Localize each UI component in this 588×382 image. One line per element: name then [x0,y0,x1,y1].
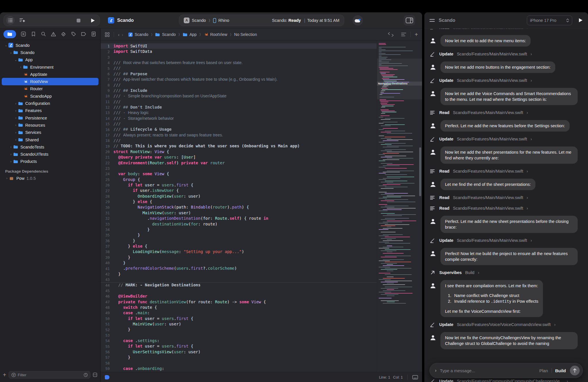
disclosure-icon[interactable]: › [9,145,13,148]
disclosure-icon[interactable]: › [14,116,18,119]
chat-tool-row-update[interactable]: Update Scando/Features/Main/MainView.swi… [430,237,581,244]
tab-find[interactable] [40,31,46,37]
tab-issues[interactable] [51,31,56,37]
line-number: 23 [101,166,113,171]
folder-icon [18,116,23,120]
tree-item-router[interactable]: Router [0,85,100,92]
disclosure-icon[interactable]: › [14,109,18,112]
chat-user-message: Perfect! Now let me build the project to… [430,248,581,265]
disclosure-icon[interactable]: › [14,102,18,105]
line-number: 5 [101,66,113,71]
breadcrumb-item-scando[interactable]: Scando [128,32,148,37]
scheme-status-pill[interactable]: A Scando 〉 Rhino Scando: Ready |Today at… [179,15,344,26]
add-editor-button[interactable]: + [415,31,418,38]
line-number: 20 [101,150,113,154]
assistant-run-button[interactable] [579,18,583,23]
breadcrumb-item-no-selection[interactable]: No Selection [234,32,257,37]
tree-item-app[interactable]: ⌄ App [0,56,100,63]
adjust-editor-icon[interactable] [401,32,406,36]
tree-item-rootview[interactable]: RootView [0,78,100,85]
package-item-pow[interactable]: › Pow 1.0.5 [0,175,100,182]
disclosure-icon[interactable]: › [5,177,9,180]
chat-tool-row-update[interactable]: Update Scando/Features/Community/Communi… [430,378,568,382]
code-review-icon[interactable] [388,32,394,37]
chat-tool-row-update[interactable]: Update Scando/Features/Voice/VoiceComman… [430,321,581,328]
tab-debug[interactable] [71,31,76,37]
chat-tool-row-read[interactable]: Read Scando/Features/Main/MainView.swift… [430,194,581,201]
related-items-grid-icon[interactable] [105,32,110,37]
recents-clock-icon[interactable] [84,373,88,377]
tree-item-scandouitests[interactable]: › ScandoUITests [0,151,100,158]
chat-tool-row-read[interactable]: Read Scando/Features/Main/MainView.swift… [430,168,581,174]
run-button[interactable] [91,18,95,23]
cloud-sync-button[interactable] [353,15,363,26]
chat-tool-row-update[interactable]: Update Scando/Features/Main/MainView.swi… [430,77,581,84]
disclosure-icon[interactable]: › [14,138,18,141]
add-button[interactable]: + [3,372,6,378]
disclosure-icon[interactable]: ⌄ [14,58,18,61]
tree-item-features[interactable]: › Features [0,107,100,114]
filter-field[interactable]: Filter [9,371,90,379]
tree-item-products[interactable]: › Products [0,158,100,165]
tree-item-scandotests[interactable]: › ScandoTests [0,143,100,151]
tree-item-scando[interactable]: ⌄ Scando [0,42,100,49]
tab-reports[interactable] [91,31,96,37]
disclosure-icon[interactable]: › [14,131,18,134]
disclosure-icon[interactable]: ⌄ [9,51,13,54]
tree-item-persistence[interactable]: › Persistence [0,114,100,121]
message-input[interactable]: Type a message... [440,368,539,373]
tab-project-navigator[interactable] [3,30,16,38]
keyboard-icon[interactable] [412,375,418,379]
disclosure-icon[interactable]: › [19,65,22,69]
chat-tool-row-read[interactable]: Read Scando/Features/Main/MainView.swift… [430,205,581,211]
tree-item-environment[interactable]: › Environment [0,63,100,71]
send-button[interactable] [570,366,580,375]
chat-tool-row-read[interactable]: Read Scando/Features/Main/MainView.swift… [430,109,581,116]
hamburger-icon[interactable] [430,19,435,22]
device-selector[interactable]: iPhone 17 Pro [527,16,572,25]
tab-breakpoints[interactable] [81,31,86,37]
tree-item-scando[interactable]: ⌄ Scando [0,49,100,56]
breadcrumb-item-scando[interactable]: Scando [155,32,175,37]
chat-tool-row-update[interactable]: Update Scando/Features/Main/MainView.swi… [430,51,581,57]
disclosure-icon[interactable]: ⌄ [4,44,8,47]
code-editor[interactable]: 1import SwiftUI2import SwiftData34/// Ro… [101,41,377,372]
stop-button[interactable] [77,19,80,22]
tab-bookmarks[interactable] [30,31,36,37]
warning-triangle-icon [51,32,56,36]
sidebar-list-button[interactable] [6,16,15,25]
scheme-name[interactable]: Scando [192,18,206,23]
line-number: 51 [101,322,113,326]
tree-item-appstate[interactable]: AppState [0,71,100,78]
tree-item-services[interactable]: › Services [0,129,100,136]
chat-tool-row-supervibes[interactable]: Supervibes Build› [430,269,581,276]
plan-mode-button[interactable]: Plan [539,368,548,373]
tab-source-control[interactable] [20,31,26,37]
tab-tests[interactable] [61,31,66,37]
forward-button[interactable]: › [122,32,123,37]
editor-mode-chip[interactable] [105,375,109,379]
disclosure-icon[interactable]: › [14,124,18,127]
chat-input-bar[interactable]: › Type a message... Plan Build [430,363,583,378]
chat-tool-row-update[interactable]: Update Scando/Features/Main/MainView.swi… [430,136,581,142]
breadcrumb-item-app[interactable]: App [183,32,197,37]
tree-item-configuration[interactable]: › Configuration [0,100,100,107]
line-number: 40 [101,261,113,265]
compose-sparkle-button[interactable] [19,18,26,23]
run-destination[interactable]: Rhino [218,18,229,23]
editor-scrollbar[interactable] [419,147,421,196]
disclosure-icon[interactable]: › [9,153,13,156]
chevron-right-icon: › [527,169,528,173]
tree-item-resources[interactable]: › Resources [0,121,100,129]
outline-square-icon[interactable] [93,373,97,377]
navigator-tabbar [0,28,100,40]
inspector-toggle-button[interactable] [404,15,415,26]
tree-item-shared[interactable]: › Shared [0,136,100,143]
breadcrumb-item-rootview[interactable]: RootView [204,32,227,37]
back-button[interactable]: ‹ [118,32,119,37]
disclosure-icon[interactable]: › [9,160,13,163]
chat-tool-row-read[interactable]: Read Scando/Features/Main/MainView.swift… [430,28,581,31]
minimap[interactable]: Navigation Destinations [377,41,422,372]
build-mode-button[interactable]: Build [555,368,566,373]
tree-item-scandoapp[interactable]: ScandoApp [0,92,100,100]
